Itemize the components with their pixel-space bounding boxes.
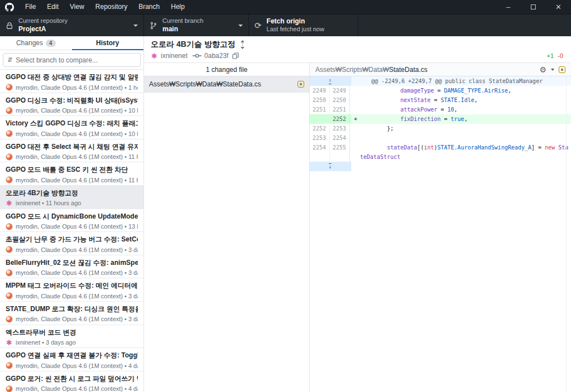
current-repository-button[interactable]: Current repository ProjectA <box>0 14 144 36</box>
commit-list-item[interactable]: MPPM 태그 오버라이드 수정: 메인 에디터에서 MP...myrodin,… <box>0 278 143 302</box>
commit-author-avatar: ✱ <box>151 52 158 60</box>
commit-item-meta-text: ixninenet • 11 hours ago <box>16 200 81 206</box>
line-number: 2252 <box>310 124 330 133</box>
commit-item-meta-text: myrodin, Claude Opus 4.6 (1M context) • … <box>16 385 138 392</box>
diff-marker <box>351 105 360 114</box>
diff-scrollbar-track[interactable] <box>566 76 567 392</box>
changed-files-panel: 1 changed file Assets₩Scripts₩Data₩State… <box>144 63 310 392</box>
diff-line-numbers: 22512251 <box>310 105 351 114</box>
current-branch-button[interactable]: Current branch main <box>144 14 249 36</box>
menu-branch[interactable]: Branch <box>133 0 165 14</box>
commit-item-title: GGPO 대전 중 상대방 연결 끊김 감지 및 알림 <box>6 72 138 82</box>
diff-line: 2252+ fixDirection = true, <box>310 114 571 124</box>
menu-help[interactable]: Help <box>165 0 190 14</box>
changes-count-badge: 4 <box>46 40 56 47</box>
diff-file-header: Assets₩Scripts₩Data₩StateData.cs ⚙ <box>310 63 571 76</box>
commit-item-title: GGPO 로거: 씬 전환 시 로그 파일 덮어쓰기 방지 <box>6 374 138 384</box>
changed-files-header: 1 changed file <box>144 63 309 76</box>
commit-list-item[interactable]: GGPO 대전 후 Select 복귀 시 채팅 연결 유지myrodin, C… <box>0 139 143 163</box>
diff-line: 22512251 attackPower = 10, <box>310 105 571 114</box>
commit-list-item[interactable]: BelleFlurryHit_02 모션 끊김 수정: animSpeed(Fi… <box>0 255 143 279</box>
copy-icon[interactable] <box>232 52 239 59</box>
commit-list-item[interactable]: STATE_DUMP 로그 확장: 디싱크 원인 특정을 위한 ...myrod… <box>0 302 143 325</box>
additions-count: +1 <box>547 52 554 59</box>
tab-changes[interactable]: Changes 4 <box>0 36 72 50</box>
commit-item-title: GGPO 모드 시 DynamicBone UpdateMode를 Ani... <box>6 212 138 221</box>
file-path: Assets₩Scripts₩Data₩StateData.cs <box>149 80 294 88</box>
commit-item-meta: ✱ixninenet • 3 days ago <box>6 339 138 346</box>
maximize-button[interactable] <box>521 0 546 14</box>
expand-hunk-up-button[interactable]: ↑ <box>310 76 351 86</box>
sync-icon: ⟳ <box>255 21 262 31</box>
drag-handle-icon[interactable] <box>240 40 245 49</box>
commit-item-title: 초필살기 난무 중 가드 가능 버그 수정: SetCombo... <box>6 235 138 244</box>
window-controls: – ✕ <box>496 0 571 14</box>
diff-file-dir: Assets₩Scripts₩Data₩ <box>315 66 389 74</box>
commit-list-item[interactable]: 엑스트라무버 코드 변경✱ixninenet • 3 days ago <box>0 325 143 349</box>
commit-icon <box>193 52 201 59</box>
commit-item-title: GGPO 대전 후 Select 복귀 시 채팅 연결 유지 <box>6 142 138 152</box>
close-button[interactable]: ✕ <box>546 0 571 14</box>
tab-history[interactable]: History <box>72 36 144 50</box>
diff-line-numbers: 22532254 <box>310 133 351 143</box>
avatar <box>6 246 13 253</box>
commit-list-item[interactable]: GGPO 모드 배틀 중 ESC 키 씬 전환 차단myrodin, Claud… <box>0 162 143 186</box>
commit-item-meta: myrodin, Claude Opus 4.6 (1M context) • … <box>6 385 138 392</box>
diff-table: ↑ @@ -2249,6 +2249,7 @@ public class Sta… <box>310 76 571 171</box>
minimize-button[interactable]: – <box>496 0 521 14</box>
diff-marker <box>351 143 360 162</box>
diff-code-text: stateData[(int)STATE.AuroraHandSwingRead… <box>360 143 571 162</box>
menu-bar: FileEditViewRepositoryBranchHelp <box>20 0 190 14</box>
line-number: 2255 <box>330 143 350 162</box>
expand-hunk-down-button[interactable]: ↓ <box>310 162 351 171</box>
commit-item-title: Victory 스킵 GGPO 디싱크 수정: 래치 플래그 + Is... <box>6 119 138 128</box>
commit-list-item[interactable]: Victory 스킵 GGPO 디싱크 수정: 래치 플래그 + Is...my… <box>0 116 143 139</box>
line-number: 2253 <box>310 133 330 143</box>
repository-toolbar: Current repository ProjectA Current bran… <box>0 14 571 36</box>
line-number: 2249 <box>330 86 350 95</box>
branch-dropdown-caret-icon <box>238 25 243 27</box>
diff-code-text: nextState = STATE.Idle, <box>360 95 571 105</box>
diff-marker <box>351 86 360 95</box>
commit-list-item[interactable]: 오로라 4B기술 방향고정✱ixninenet • 11 hours ago <box>0 186 143 209</box>
commit-item-meta: myrodin, Claude Opus 4.6 (1M context) • … <box>6 153 138 161</box>
menu-repository[interactable]: Repository <box>90 0 133 14</box>
commit-list-item[interactable]: GGPO 디싱크 수정: 비직렬화 UI 상태(isSystemInp...my… <box>0 93 143 117</box>
github-logo-icon <box>5 3 14 12</box>
commit-hash[interactable]: 0aba23f <box>204 52 228 60</box>
menu-file[interactable]: File <box>20 0 41 14</box>
commit-item-meta-text: myrodin, Claude Opus 4.6 (1M context) • … <box>16 316 138 322</box>
fetch-origin-button[interactable]: ⟳ Fetch origin Last fetched just now <box>249 14 358 36</box>
commit-item-meta: myrodin, Claude Opus 4.6 (1M context) • … <box>6 223 138 230</box>
compare-branch-input[interactable]: ⇵ Select branch to compare... <box>3 53 141 67</box>
commit-list-item[interactable]: GGPO 모드 시 DynamicBone UpdateMode를 Ani...… <box>0 209 143 233</box>
diff-marker <box>351 124 360 133</box>
commit-item-meta-text: myrodin, Claude Opus 4.6 (1M context) • … <box>16 177 138 183</box>
commit-list-item[interactable]: GGPO 대전 중 상대방 연결 끊김 감지 및 알림myrodin, Clau… <box>0 70 143 93</box>
commit-header: 오로라 4B기술 방향고정 ✱ ixninenet 0aba23f +1 -0 <box>144 36 571 63</box>
commit-item-title: GGPO 디싱크 수정: 비직렬화 UI 상태(isSystemInp... <box>6 96 138 105</box>
menu-edit[interactable]: Edit <box>41 0 64 14</box>
diff-line: 22502250 nextState = STATE.Idle, <box>310 95 571 105</box>
menu-view[interactable]: View <box>64 0 90 14</box>
gear-icon[interactable]: ⚙ <box>539 66 546 74</box>
hunk-header-text: @@ -2249,6 +2249,7 @@ public class State… <box>351 76 571 86</box>
commit-list-item[interactable]: GGPO 연결 실패 후 재연결 불가 수정: ToggleGGP...myro… <box>0 348 143 371</box>
diff-code-text: fixDirection = true, <box>360 114 571 124</box>
commit-item-meta: myrodin, Claude Opus 4.6 (1M context) • … <box>6 130 138 137</box>
diff-panel: Assets₩Scripts₩Data₩StateData.cs ⚙ ↑ @@ … <box>310 63 571 392</box>
commit-list-item[interactable]: GGPO 로거: 씬 전환 시 로그 파일 덮어쓰기 방지myrodin, Cl… <box>0 371 143 392</box>
gear-caret-icon[interactable] <box>551 69 554 71</box>
commit-item-meta-text: myrodin, Claude Opus 4.6 (1M context) • … <box>16 84 138 91</box>
file-list-item[interactable]: Assets₩Scripts₩Data₩StateData.cs <box>144 76 309 93</box>
line-number: 2254 <box>330 133 350 143</box>
compare-branch-section: ⇵ Select branch to compare... <box>0 50 143 70</box>
arrow-down-icon: ↓ <box>329 163 332 170</box>
line-number: 2252 <box>330 114 350 124</box>
diff-hunk-header-row: ↑ @@ -2249,6 +2249,7 @@ public class Sta… <box>310 76 571 86</box>
commit-list-item[interactable]: 초필살기 난무 중 가드 가능 버그 수정: SetCombo...myrodi… <box>0 232 143 255</box>
commit-item-meta-text: myrodin, Claude Opus 4.6 (1M context) • … <box>16 107 138 114</box>
commit-item-title: 오로라 4B기술 방향고정 <box>6 188 138 198</box>
current-repository-value: ProjectA <box>18 25 68 33</box>
diff-marker: + <box>351 114 360 124</box>
